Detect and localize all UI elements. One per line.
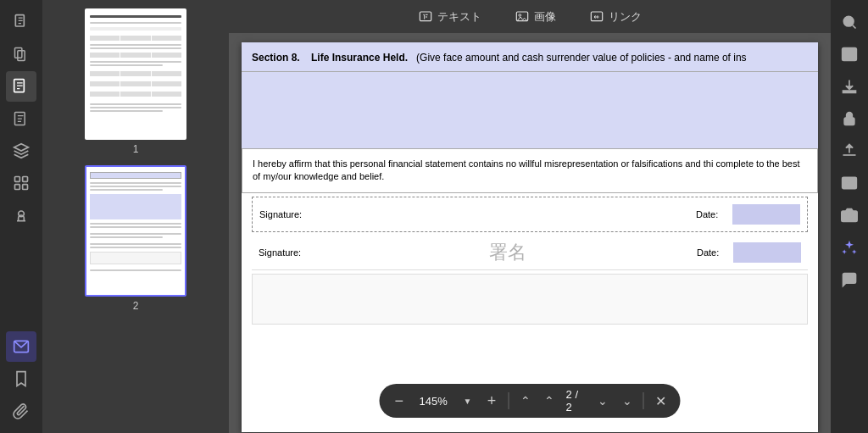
svg-rect-17 (844, 118, 854, 125)
signature-1-label: Signature: (259, 209, 319, 219)
svg-rect-6 (23, 177, 28, 182)
right-sidebar (831, 0, 868, 433)
date-2-label: Date: (697, 247, 726, 258)
blue-fill-area (242, 72, 818, 148)
bottom-navigation-toolbar: − 145% ▼ + ⌃ ⌃ 2 / 2 ⌄ ⌄ ✕ (380, 384, 681, 418)
date-2-box[interactable] (733, 242, 801, 263)
zoom-out-btn[interactable]: − (388, 389, 411, 413)
sidebar-icon-paperclip[interactable] (6, 396, 36, 426)
sidebar-icon-grid[interactable] (6, 168, 36, 198)
close-btn[interactable]: ✕ (649, 389, 672, 413)
next-page-btn[interactable]: ⌄ (592, 389, 615, 413)
zoom-dropdown-btn[interactable]: ▼ (456, 389, 479, 413)
left-sidebar (0, 0, 42, 433)
zoom-in-btn[interactable]: + (481, 389, 504, 413)
separator-1 (508, 392, 509, 409)
svg-rect-5 (15, 177, 20, 182)
signature-kanji: 署名 (489, 240, 526, 265)
signature-row-2: Signature: 署名 Date: (252, 236, 808, 270)
zoom-display: 145% (412, 395, 454, 408)
signature-2-label: Signature: (259, 247, 318, 258)
svg-rect-16 (843, 48, 857, 61)
section-8-header: Section 8. Life Insurance Held. (Give fa… (242, 42, 818, 72)
affirmation-text: I hereby affirm that this personal finan… (253, 158, 807, 184)
thumbnail-page-1[interactable]: 1 (85, 8, 186, 155)
right-lock-icon[interactable] (834, 103, 865, 134)
separator-2 (643, 392, 644, 409)
toolbar-link-btn[interactable]: リンク (583, 6, 648, 28)
sidebar-icon-pages[interactable] (6, 39, 36, 69)
thumbnail-label-1: 1 (133, 143, 139, 155)
left-sidebar-bottom (6, 331, 36, 433)
date-1-box[interactable] (732, 204, 800, 225)
sidebar-icon-email[interactable] (6, 331, 36, 362)
svg-point-13 (519, 14, 521, 16)
toolbar-text-btn[interactable]: テキスト (412, 6, 488, 28)
page-display: 2 / 2 (563, 388, 590, 414)
svg-point-15 (843, 16, 854, 26)
svg-rect-8 (23, 185, 28, 190)
sidebar-icon-bookmark[interactable] (6, 364, 36, 394)
right-envelope-icon[interactable] (834, 168, 865, 198)
svg-rect-2 (18, 51, 25, 61)
toolbar-image-label: 画像 (534, 9, 556, 25)
sidebar-icon-layers[interactable] (6, 136, 36, 166)
thumbnail-label-2: 2 (133, 300, 139, 312)
right-camera-icon[interactable] (834, 200, 865, 230)
notes-area (252, 274, 808, 325)
affirmation-section: I hereby affirm that this personal finan… (242, 148, 818, 193)
svg-rect-7 (15, 185, 20, 190)
thumbnail-panel: 1 2 (42, 0, 229, 433)
right-upload-icon[interactable] (834, 136, 865, 166)
sidebar-icon-document[interactable] (6, 7, 36, 37)
first-page-btn[interactable]: ⌃ (514, 389, 537, 413)
right-sparkles-icon[interactable] (834, 232, 865, 263)
right-chat-icon[interactable] (834, 264, 865, 295)
toolbar-text-label: テキスト (437, 9, 481, 25)
pdf-viewer[interactable]: Section 8. Life Insurance Held. (Give fa… (229, 34, 831, 433)
signature-row-1: Signature: Date: (252, 197, 808, 232)
right-download-icon[interactable] (834, 71, 865, 102)
toolbar-image-btn[interactable]: 画像 (509, 6, 563, 28)
svg-point-19 (847, 214, 853, 219)
right-sidebar-icon[interactable] (834, 39, 865, 69)
prev-page-btn[interactable]: ⌃ (538, 389, 561, 413)
svg-rect-11 (420, 12, 431, 21)
top-toolbar: テキスト 画像 リンク (229, 0, 831, 34)
right-search-icon[interactable] (834, 7, 865, 37)
section-8-text: Section 8. Life Insurance Held. (Give fa… (252, 52, 747, 64)
main-area: テキスト 画像 リンク Section 8. Life Insurance He… (229, 0, 831, 433)
thumbnail-page-2[interactable]: 2 (85, 165, 186, 312)
last-page-btn[interactable]: ⌄ (615, 389, 638, 413)
svg-rect-1 (15, 48, 22, 58)
sidebar-icon-edit[interactable] (6, 71, 36, 102)
pdf-page: Section 8. Life Insurance Held. (Give fa… (242, 42, 818, 432)
sidebar-icon-text[interactable] (6, 103, 36, 134)
toolbar-link-label: リンク (609, 9, 642, 25)
date-1-label: Date: (696, 209, 726, 219)
sidebar-icon-stamps[interactable] (6, 200, 36, 230)
